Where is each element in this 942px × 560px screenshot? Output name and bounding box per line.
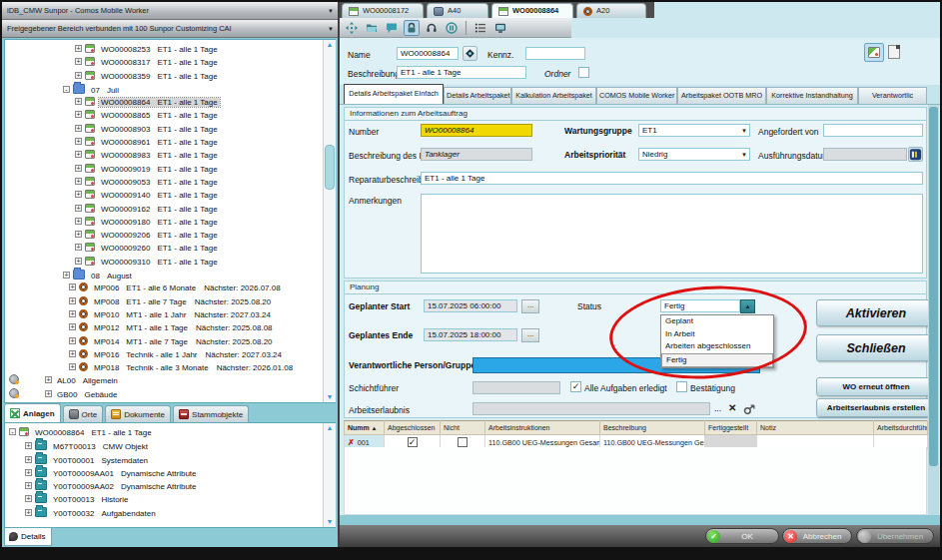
column-header[interactable]: Arbeitsdurchführur <box>874 421 928 435</box>
tree-item[interactable]: +Y00T00009AA02Dynamische Attribute <box>5 479 335 492</box>
expand-icon[interactable]: + <box>25 469 32 476</box>
expand-icon[interactable]: + <box>25 442 32 449</box>
column-header[interactable]: Numm ▲ <box>345 421 385 435</box>
doc-tab-wo00008864[interactable]: WO00008864 <box>491 3 573 18</box>
tree-item[interactable]: +AL00Allgemein <box>5 374 335 387</box>
object-tree-scrollbar[interactable]: ▲ ▼ <box>323 423 336 527</box>
aktivieren-button[interactable]: Aktivieren <box>816 299 936 326</box>
tree-item[interactable]: +WO00009053ET1 - alle 1 Tage <box>5 176 335 189</box>
expand-icon[interactable]: + <box>75 165 82 172</box>
bestaetigung-checkbox[interactable] <box>676 381 687 392</box>
tree-item[interactable]: +WO00008983ET1 - alle 1 Tage <box>5 149 335 162</box>
status-option[interactable]: Fertig <box>661 353 773 368</box>
number-field[interactable]: WO00008864 <box>421 124 532 137</box>
pause-icon[interactable] <box>444 20 460 36</box>
tab-stammobjekte[interactable]: Stammobjekte <box>173 405 249 422</box>
form-tab-4[interactable]: COMOS Mobile Worker <box>596 87 677 104</box>
beschreibung-field[interactable]: ET1 - alle 1 Tage <box>397 66 526 79</box>
expand-icon[interactable]: + <box>75 98 82 105</box>
scrollbar-thumb[interactable] <box>929 107 938 466</box>
tree-item[interactable]: +WO00008317ET1 - alle 1 Tage <box>5 56 335 69</box>
tree-item[interactable]: +MP014MT1 - alle 7 TageNächster: 2025.08… <box>5 335 335 348</box>
expand-icon[interactable]: + <box>75 45 82 52</box>
status-dropdown-button[interactable]: ▲ <box>740 299 755 313</box>
form-tab-3[interactable]: Kalkulation Arbeitspaket <box>511 87 596 104</box>
scroll-down-icon[interactable]: ▼ <box>324 517 336 527</box>
tree-item[interactable]: +MP008ET1 - alle 7 TageNächster: 2025.08… <box>5 295 335 308</box>
expand-icon[interactable]: + <box>75 191 82 198</box>
scroll-up-icon[interactable]: ▲ <box>324 423 336 433</box>
tree-item[interactable]: +Y00T00013Historie <box>5 492 335 505</box>
tree-item[interactable]: +WO00008903ET1 - alle 1 Tage <box>5 123 335 136</box>
status-field[interactable]: Fertig <box>660 299 740 312</box>
tree-item[interactable]: +MP016Technik - alle 1 JahrNächster: 202… <box>5 348 335 361</box>
expand-icon[interactable]: + <box>75 231 82 238</box>
ok-button[interactable]: ✓ OK <box>705 528 779 544</box>
tree-item[interactable]: +WO00009260ET1 - alle 1 Tage <box>5 242 335 255</box>
document-icon[interactable] <box>888 45 900 59</box>
expand-icon[interactable]: + <box>25 495 32 502</box>
expand-icon[interactable]: + <box>25 456 32 463</box>
schliessen-button[interactable]: Schließen <box>816 334 936 361</box>
wartungsgruppe-select[interactable]: ET1 <box>638 124 750 137</box>
form-tab-7[interactable]: Verantwortlic <box>858 87 927 104</box>
notes-button[interactable] <box>864 43 884 62</box>
wo-erneut-oeffnen-button[interactable]: WO erneut öffnen <box>816 377 936 396</box>
tree-item[interactable]: +WO00009162ET1 - alle 1 Tage <box>5 203 335 216</box>
headset-icon[interactable] <box>424 20 440 36</box>
expand-icon[interactable]: + <box>25 482 32 489</box>
tab-anlagen[interactable]: Anlagen <box>4 403 61 422</box>
tree-item[interactable]: -07Juli <box>5 83 335 96</box>
angefordert-field[interactable] <box>823 124 923 137</box>
anmerkungen-textarea[interactable] <box>421 194 923 274</box>
monitor-icon[interactable] <box>492 20 508 36</box>
start-browse-button[interactable]: ... <box>521 299 539 313</box>
tree-item[interactable]: +WO00009310ET1 - alle 1 Tage <box>5 256 335 269</box>
expand-icon[interactable]: + <box>69 337 76 344</box>
reparatur-field[interactable]: ET1 - alle 1 Tage <box>421 172 923 185</box>
project-selector[interactable]: iDB_CMW Sunpor - Comos Mobile Worker ▼ <box>2 2 338 20</box>
expand-icon[interactable]: + <box>63 272 70 279</box>
doc-tab-wo00008172[interactable]: WO00008172 <box>342 3 424 18</box>
tree-item[interactable]: +MP006ET1 - alle 6 MonateNächster: 2026.… <box>5 281 335 294</box>
column-header[interactable]: Abgeschlossen <box>385 421 441 435</box>
tree-item[interactable]: +M67T00013CMW Objekt <box>5 439 335 452</box>
expand-icon[interactable]: + <box>25 509 32 516</box>
tree-item[interactable]: -WO00008864ET1 - alle 1 Tage <box>5 426 335 439</box>
expand-icon[interactable]: + <box>45 376 52 383</box>
column-header[interactable]: Nicht <box>441 421 485 435</box>
comment-icon[interactable] <box>384 20 400 36</box>
navigate-button[interactable] <box>463 46 477 61</box>
form-scrollbar[interactable] <box>928 105 939 515</box>
tree-item[interactable]: +MP012MT1 - alle 1 TageNächster: 2025.08… <box>5 321 335 334</box>
abgeschlossen-checkbox[interactable]: ✓ <box>408 437 418 447</box>
tab-orte[interactable]: Orte <box>63 405 104 422</box>
expand-icon[interactable]: + <box>69 297 76 304</box>
expand-icon[interactable]: + <box>69 323 76 330</box>
chevron-down-icon[interactable]: ▼ <box>328 20 334 38</box>
area-selector[interactable]: Freigegebener Bereich verbunden mit 100 … <box>2 20 338 38</box>
tree-item[interactable]: +WO00008961ET1 - alle 1 Tage <box>5 136 335 149</box>
tree-item[interactable]: +WO00008359ET1 - alle 1 Tage <box>5 70 335 83</box>
collapse-icon[interactable]: - <box>9 428 16 435</box>
expand-icon[interactable]: + <box>75 205 82 212</box>
tree-item[interactable]: +Y00T00032Aufgabendaten <box>5 506 335 519</box>
column-header[interactable]: Notiz <box>757 421 874 435</box>
expand-icon[interactable]: + <box>75 58 82 65</box>
expand-icon[interactable]: + <box>75 125 82 132</box>
navigate-icon[interactable] <box>344 20 360 36</box>
tree-item[interactable]: +WO00008253ET1 - alle 1 Tage <box>5 43 335 56</box>
ordner-checkbox[interactable] <box>578 67 589 78</box>
form-tab-5[interactable]: Arbeitspaket OOTB MRO <box>677 87 766 104</box>
doc-tab-a40[interactable]: A40 <box>427 3 488 18</box>
tree-item[interactable]: +WO00009206ET1 - alle 1 Tage <box>5 229 335 242</box>
column-header[interactable]: Fertiggestellt <box>705 421 757 435</box>
expand-icon[interactable]: + <box>75 111 82 118</box>
tree-item[interactable]: +WO00009140ET1 - alle 1 Tage <box>5 189 335 202</box>
name-field[interactable]: WO00008864 <box>397 47 459 60</box>
doc-tab-a20[interactable]: A20 <box>576 3 646 18</box>
link-icon[interactable] <box>743 402 756 414</box>
column-header[interactable]: Arbeitsinstruktionen <box>485 421 600 435</box>
form-tab-6[interactable]: Korrektive Instandhaltung <box>766 87 858 104</box>
status-option[interactable]: In Arbeit <box>661 328 773 341</box>
